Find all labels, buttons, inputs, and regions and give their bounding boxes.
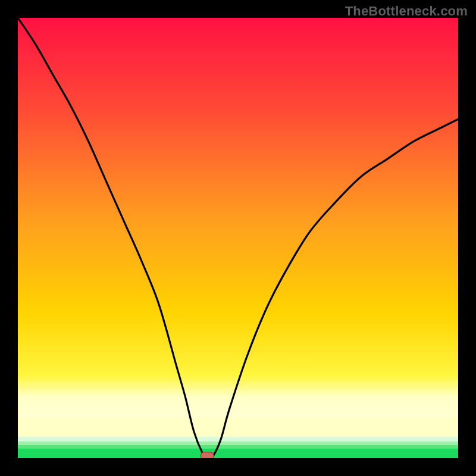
pale-band [18, 418, 458, 439]
bottleneck-plot [18, 18, 458, 458]
heat-gradient [18, 18, 458, 439]
watermark-text: TheBottleneck.com [345, 4, 468, 19]
green-band-deep [18, 449, 458, 458]
chart-frame: TheBottleneck.com [0, 0, 476, 476]
trough-marker [201, 452, 214, 458]
plot-area [18, 18, 458, 458]
